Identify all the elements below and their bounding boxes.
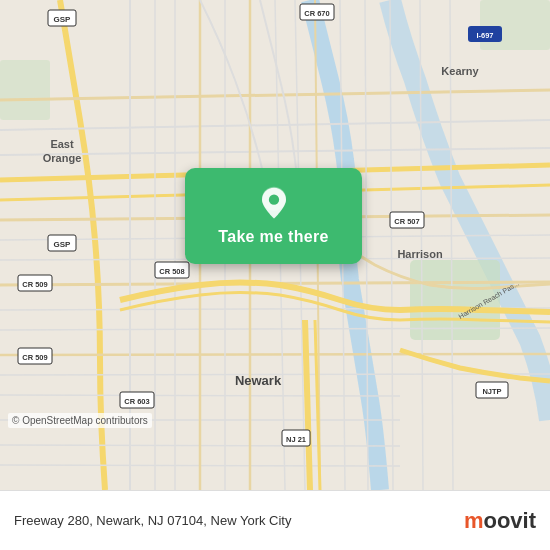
svg-rect-2 xyxy=(480,0,550,50)
take-me-there-label: Take me there xyxy=(218,228,328,246)
svg-text:Kearny: Kearny xyxy=(441,65,479,77)
svg-text:East: East xyxy=(50,138,74,150)
svg-text:Harrison: Harrison xyxy=(397,248,443,260)
svg-text:GSP: GSP xyxy=(54,240,72,249)
svg-text:CR 508: CR 508 xyxy=(159,267,184,276)
svg-text:CR 509: CR 509 xyxy=(22,353,47,362)
svg-line-5 xyxy=(0,90,550,100)
bottom-bar: Freeway 280, Newark, NJ 07104, New York … xyxy=(0,490,550,550)
location-pin-icon xyxy=(256,186,292,222)
svg-line-31 xyxy=(390,0,393,490)
svg-text:I-697: I-697 xyxy=(476,31,493,40)
svg-line-34 xyxy=(305,320,310,490)
copyright-text: © OpenStreetMap contributors xyxy=(8,413,152,428)
svg-text:GSP: GSP xyxy=(54,15,72,24)
moovit-logo: mmoovitoovit xyxy=(464,508,536,534)
svg-text:Newark: Newark xyxy=(235,373,282,388)
svg-line-14 xyxy=(0,354,550,355)
svg-text:NJ 21: NJ 21 xyxy=(286,435,306,444)
svg-text:CR 603: CR 603 xyxy=(124,397,149,406)
svg-rect-1 xyxy=(0,60,50,120)
svg-point-65 xyxy=(268,195,278,205)
address-text: Freeway 280, Newark, NJ 07104, New York … xyxy=(14,513,456,528)
svg-text:CR 509: CR 509 xyxy=(22,280,47,289)
svg-text:NJTP: NJTP xyxy=(482,387,501,396)
svg-text:CR 670: CR 670 xyxy=(304,9,329,18)
svg-text:CR 507: CR 507 xyxy=(394,217,419,226)
take-me-there-button[interactable]: Take me there xyxy=(185,168,362,264)
svg-text:Orange: Orange xyxy=(43,152,82,164)
map-container: GSP GSP CR 670 I-697 CR 509 CR 509 CR 50… xyxy=(0,0,550,490)
moovit-m-letter: m xyxy=(464,508,484,533)
